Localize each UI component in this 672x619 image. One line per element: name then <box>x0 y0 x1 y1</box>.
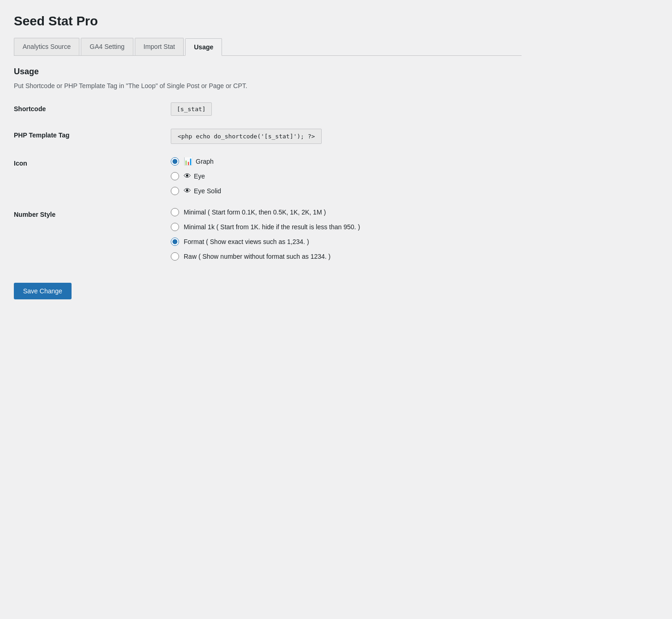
php-template-row: PHP Template Tag <php echo do_shortcode(… <box>14 129 522 144</box>
ns-radio-minimal-1k[interactable] <box>171 223 179 231</box>
number-style-minimal[interactable]: Minimal ( Start form 0.1K, then 0.5K, 1K… <box>171 208 522 216</box>
icon-option-graph[interactable]: 📊 Graph <box>171 157 522 166</box>
icon-graph-label: 📊 Graph <box>184 157 214 166</box>
eye-solid-icon: 👁 <box>184 187 191 195</box>
save-button[interactable]: Save Change <box>14 283 72 299</box>
number-style-radio-group: Minimal ( Start form 0.1K, then 0.5K, 1K… <box>171 208 522 261</box>
ns-raw-text: Raw ( Show number without format such as… <box>184 253 330 260</box>
icon-radio-graph[interactable] <box>171 157 179 166</box>
icon-option-eye-solid[interactable]: 👁 Eye Solid <box>171 187 522 195</box>
graph-icon: 📊 <box>184 157 193 166</box>
shortcode-row: Shortcode [s_stat] <box>14 102 522 116</box>
icon-label: Icon <box>14 157 171 167</box>
ns-minimal-label: Minimal ( Start form 0.1K, then 0.5K, 1K… <box>184 208 326 216</box>
shortcode-label: Shortcode <box>14 102 171 113</box>
ns-minimal-1k-label: Minimal 1k ( Start from 1K. hide if the … <box>184 223 360 231</box>
number-style-raw[interactable]: Raw ( Show number without format such as… <box>171 252 522 261</box>
ns-radio-minimal[interactable] <box>171 208 179 216</box>
icon-graph-text: Graph <box>196 158 214 165</box>
icon-eye-label: 👁 Eye <box>184 172 205 180</box>
php-template-code: <php echo do_shortcode('[s_stat]'); ?> <box>171 129 322 144</box>
number-style-minimal-1k[interactable]: Minimal 1k ( Start from 1K. hide if the … <box>171 223 522 231</box>
icon-eye-solid-text: Eye Solid <box>194 187 221 195</box>
ns-raw-label: Raw ( Show number without format such as… <box>184 253 330 260</box>
php-template-label: PHP Template Tag <box>14 129 171 139</box>
tabs-bar: Analytics Source GA4 Setting Import Stat… <box>14 38 522 56</box>
section-title: Usage <box>14 67 522 77</box>
icon-eye-solid-label: 👁 Eye Solid <box>184 187 221 195</box>
eye-icon: 👁 <box>184 172 191 180</box>
icon-row: Icon 📊 Graph 👁 Eye <box>14 157 522 195</box>
page-title: Seed Stat Pro <box>14 14 522 29</box>
tab-usage[interactable]: Usage <box>185 38 222 56</box>
tab-ga4-setting[interactable]: GA4 Setting <box>81 38 133 55</box>
number-style-options: Minimal ( Start form 0.1K, then 0.5K, 1K… <box>171 208 522 261</box>
icon-radio-eye-solid[interactable] <box>171 187 179 195</box>
ns-format-text: Format ( Show exact views such as 1,234.… <box>184 238 309 245</box>
ns-radio-raw[interactable] <box>171 252 179 261</box>
icon-radio-eye[interactable] <box>171 172 179 180</box>
tab-import-stat[interactable]: Import Stat <box>135 38 184 55</box>
icon-eye-text: Eye <box>194 173 205 180</box>
ns-radio-format[interactable] <box>171 238 179 246</box>
shortcode-code: [s_stat] <box>171 102 212 116</box>
icon-options: 📊 Graph 👁 Eye 👁 Eye Solid <box>171 157 522 195</box>
ns-minimal-1k-text: Minimal 1k ( Start from 1K. hide if the … <box>184 223 360 231</box>
section-description: Put Shortcode or PHP Template Tag in "Th… <box>14 82 522 89</box>
tab-analytics-source[interactable]: Analytics Source <box>14 38 79 55</box>
number-style-row: Number Style Minimal ( Start form 0.1K, … <box>14 208 522 261</box>
shortcode-value: [s_stat] <box>171 102 522 116</box>
ns-minimal-text: Minimal ( Start form 0.1K, then 0.5K, 1K… <box>184 208 326 216</box>
ns-format-label: Format ( Show exact views such as 1,234.… <box>184 238 309 245</box>
icon-option-eye[interactable]: 👁 Eye <box>171 172 522 180</box>
number-style-label: Number Style <box>14 208 171 218</box>
php-template-value: <php echo do_shortcode('[s_stat]'); ?> <box>171 129 522 144</box>
icon-radio-group: 📊 Graph 👁 Eye 👁 Eye Solid <box>171 157 522 195</box>
number-style-format[interactable]: Format ( Show exact views such as 1,234.… <box>171 238 522 246</box>
